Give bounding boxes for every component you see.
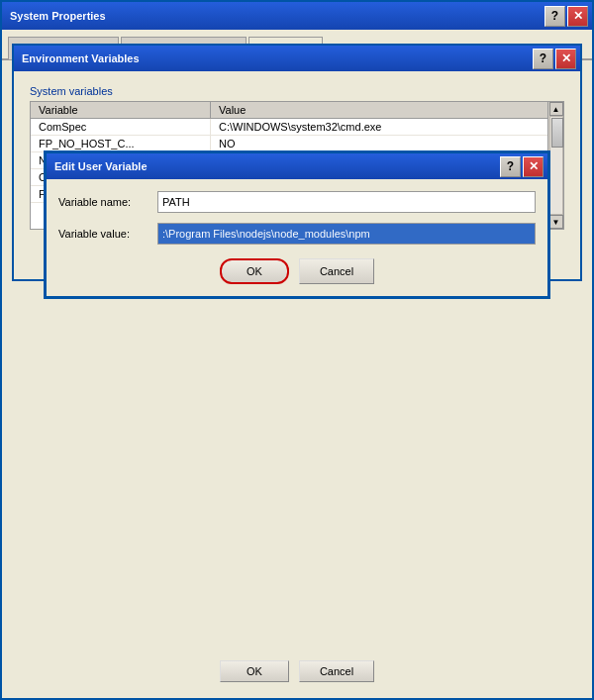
env-variables-title: Environment Variables [22,52,140,64]
env-close-button[interactable]: ✕ [555,49,576,69]
cell-variable-value: C:\WINDOWS\system32\cmd.exe [211,119,563,136]
variable-value-label: Variable value: [58,228,157,240]
cell-variable-name: ComSpec [31,119,211,136]
variable-name-row: Variable name: [58,191,536,213]
edit-ok-button[interactable]: OK [220,258,289,284]
env-help-button[interactable]: ? [533,49,553,69]
cell-variable-name: FP_NO_HOST_C... [31,136,211,152]
edit-cancel-button[interactable]: Cancel [299,258,374,284]
table-header-row: Variable Value [31,102,563,119]
column-value: Value [211,102,563,119]
variable-value-row: Variable value: [58,223,536,245]
edit-variable-dialog: Edit User Variable ? ✕ Variable name: Va… [44,150,550,299]
system-properties-titlebar: System Properties ? ✕ [2,2,592,30]
edit-variable-title: Edit User Variable [54,160,148,172]
table-row[interactable]: FP_NO_HOST_C... NO [31,136,563,152]
sp-ok-button[interactable]: OK [220,660,289,682]
system-properties-title: System Properties [10,10,106,22]
edit-titlebar-buttons: ? ✕ [500,156,544,177]
edit-close-button[interactable]: ✕ [523,156,544,177]
edit-variable-titlebar: Edit User Variable ? ✕ [47,153,547,179]
edit-help-button[interactable]: ? [500,156,521,177]
scroll-track [549,116,563,215]
cell-variable-value: NO [211,136,563,152]
close-button[interactable]: ✕ [567,6,588,27]
table-row[interactable]: ComSpec C:\WINDOWS\system32\cmd.exe [31,119,563,136]
scroll-down-arrow[interactable]: ▼ [549,215,563,229]
titlebar-buttons: ? ✕ [544,6,588,27]
help-button[interactable]: ? [544,6,565,27]
system-properties-window: System Properties ? ✕ System Restore Aut… [0,0,594,700]
edit-dialog-buttons: OK Cancel [58,258,536,284]
scroll-up-arrow[interactable]: ▲ [549,102,563,116]
scroll-thumb[interactable] [551,118,563,148]
env-titlebar-buttons: ? ✕ [533,49,576,69]
variable-name-input[interactable] [157,191,536,213]
env-variables-window: Environment Variables ? ✕ Edit User Vari… [12,44,582,281]
env-window-content: Edit User Variable ? ✕ Variable name: Va… [14,71,580,279]
sp-cancel-button[interactable]: Cancel [299,660,374,682]
column-variable: Variable [31,102,211,119]
env-variables-titlebar: Environment Variables ? ✕ [14,46,580,71]
variable-value-input[interactable] [157,223,536,245]
system-properties-bottom-buttons: OK Cancel [2,652,592,690]
variable-name-label: Variable name: [58,196,157,208]
system-variables-title: System variables [30,85,564,97]
